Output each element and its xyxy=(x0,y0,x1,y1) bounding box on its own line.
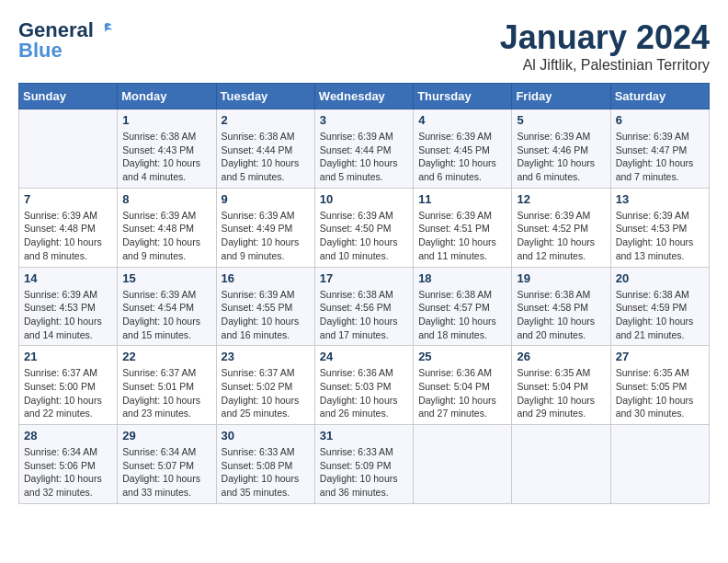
day-number: 7 xyxy=(24,192,112,206)
day-info: Sunrise: 6:39 AM Sunset: 4:50 PM Dayligh… xyxy=(320,209,408,263)
day-info: Sunrise: 6:39 AM Sunset: 4:47 PM Dayligh… xyxy=(616,130,704,184)
day-info: Sunrise: 6:38 AM Sunset: 4:57 PM Dayligh… xyxy=(418,288,506,342)
day-number: 26 xyxy=(517,350,605,363)
day-number: 5 xyxy=(517,113,605,127)
calendar-cell: 14Sunrise: 6:39 AM Sunset: 4:53 PM Dayli… xyxy=(19,267,118,346)
title-block: January 2024 Al Jiftlik, Palestinian Ter… xyxy=(500,18,710,74)
day-info: Sunrise: 6:39 AM Sunset: 4:54 PM Dayligh… xyxy=(122,288,210,342)
calendar-cell: 10Sunrise: 6:39 AM Sunset: 4:50 PM Dayli… xyxy=(314,188,413,267)
calendar-cell: 19Sunrise: 6:38 AM Sunset: 4:58 PM Dayli… xyxy=(512,267,610,346)
calendar-cell: 30Sunrise: 6:33 AM Sunset: 5:08 PM Dayli… xyxy=(216,425,314,504)
day-info: Sunrise: 6:39 AM Sunset: 4:53 PM Dayligh… xyxy=(616,209,704,263)
day-number: 9 xyxy=(222,192,310,206)
day-info: Sunrise: 6:38 AM Sunset: 4:43 PM Dayligh… xyxy=(122,130,210,184)
calendar-week-row: 21Sunrise: 6:37 AM Sunset: 5:00 PM Dayli… xyxy=(19,346,710,425)
day-info: Sunrise: 6:39 AM Sunset: 4:51 PM Dayligh… xyxy=(418,209,506,263)
day-number: 19 xyxy=(517,271,605,285)
day-number: 22 xyxy=(122,350,210,363)
weekday-header: Wednesday xyxy=(314,84,413,109)
day-number: 31 xyxy=(320,429,408,442)
calendar-cell xyxy=(414,425,512,504)
calendar-cell: 25Sunrise: 6:36 AM Sunset: 5:04 PM Dayli… xyxy=(414,346,512,425)
logo: General Blue xyxy=(18,18,114,63)
calendar-cell: 3Sunrise: 6:39 AM Sunset: 4:44 PM Daylig… xyxy=(314,109,413,189)
day-number: 17 xyxy=(320,271,408,285)
day-info: Sunrise: 6:33 AM Sunset: 5:08 PM Dayligh… xyxy=(222,445,310,500)
day-number: 11 xyxy=(418,192,506,206)
page-header: General Blue January 2024 Al Jiftlik, Pa… xyxy=(18,18,710,74)
day-number: 12 xyxy=(517,192,605,206)
day-number: 24 xyxy=(320,350,408,363)
day-number: 15 xyxy=(122,271,210,285)
calendar-cell xyxy=(610,425,709,504)
calendar-cell: 9Sunrise: 6:39 AM Sunset: 4:49 PM Daylig… xyxy=(216,188,314,267)
calendar-header-row: SundayMondayTuesdayWednesdayThursdayFrid… xyxy=(19,84,710,109)
day-info: Sunrise: 6:34 AM Sunset: 5:07 PM Dayligh… xyxy=(122,445,210,500)
calendar-cell: 24Sunrise: 6:36 AM Sunset: 5:03 PM Dayli… xyxy=(314,346,413,425)
calendar-cell: 18Sunrise: 6:38 AM Sunset: 4:57 PM Dayli… xyxy=(414,267,512,346)
calendar-cell: 11Sunrise: 6:39 AM Sunset: 4:51 PM Dayli… xyxy=(414,188,512,267)
calendar-table: SundayMondayTuesdayWednesdayThursdayFrid… xyxy=(18,83,710,504)
calendar-cell: 1Sunrise: 6:38 AM Sunset: 4:43 PM Daylig… xyxy=(118,109,216,189)
day-info: Sunrise: 6:37 AM Sunset: 5:00 PM Dayligh… xyxy=(24,366,112,420)
calendar-cell: 12Sunrise: 6:39 AM Sunset: 4:52 PM Dayli… xyxy=(512,188,610,267)
day-info: Sunrise: 6:39 AM Sunset: 4:48 PM Dayligh… xyxy=(122,209,210,263)
day-number: 3 xyxy=(320,113,408,127)
calendar-cell xyxy=(19,109,118,189)
weekday-header: Friday xyxy=(512,84,610,109)
day-number: 27 xyxy=(616,350,704,363)
day-info: Sunrise: 6:39 AM Sunset: 4:48 PM Dayligh… xyxy=(24,209,112,263)
weekday-header: Thursday xyxy=(414,84,512,109)
day-info: Sunrise: 6:33 AM Sunset: 5:09 PM Dayligh… xyxy=(320,445,408,500)
calendar-cell: 23Sunrise: 6:37 AM Sunset: 5:02 PM Dayli… xyxy=(216,346,314,425)
calendar-cell: 20Sunrise: 6:38 AM Sunset: 4:59 PM Dayli… xyxy=(610,267,709,346)
calendar-cell: 13Sunrise: 6:39 AM Sunset: 4:53 PM Dayli… xyxy=(610,188,709,267)
day-info: Sunrise: 6:37 AM Sunset: 5:02 PM Dayligh… xyxy=(222,366,310,420)
day-info: Sunrise: 6:37 AM Sunset: 5:01 PM Dayligh… xyxy=(122,366,210,420)
day-number: 8 xyxy=(122,192,210,206)
calendar-cell: 17Sunrise: 6:38 AM Sunset: 4:56 PM Dayli… xyxy=(314,267,413,346)
calendar-cell: 26Sunrise: 6:35 AM Sunset: 5:04 PM Dayli… xyxy=(512,346,610,425)
day-info: Sunrise: 6:34 AM Sunset: 5:06 PM Dayligh… xyxy=(24,445,112,500)
calendar-cell: 7Sunrise: 6:39 AM Sunset: 4:48 PM Daylig… xyxy=(19,188,118,267)
calendar-cell: 5Sunrise: 6:39 AM Sunset: 4:46 PM Daylig… xyxy=(512,109,610,189)
day-info: Sunrise: 6:35 AM Sunset: 5:05 PM Dayligh… xyxy=(616,366,704,420)
calendar-cell: 21Sunrise: 6:37 AM Sunset: 5:00 PM Dayli… xyxy=(19,346,118,425)
day-info: Sunrise: 6:39 AM Sunset: 4:53 PM Dayligh… xyxy=(24,288,112,342)
calendar-week-row: 7Sunrise: 6:39 AM Sunset: 4:48 PM Daylig… xyxy=(19,188,710,267)
calendar-cell: 22Sunrise: 6:37 AM Sunset: 5:01 PM Dayli… xyxy=(118,346,216,425)
calendar-cell: 31Sunrise: 6:33 AM Sunset: 5:09 PM Dayli… xyxy=(314,425,413,504)
calendar-cell: 6Sunrise: 6:39 AM Sunset: 4:47 PM Daylig… xyxy=(610,109,709,189)
logo-text-blue: Blue xyxy=(18,39,63,63)
day-info: Sunrise: 6:35 AM Sunset: 5:04 PM Dayligh… xyxy=(517,366,605,420)
day-number: 1 xyxy=(122,113,210,127)
calendar-cell: 8Sunrise: 6:39 AM Sunset: 4:48 PM Daylig… xyxy=(118,188,216,267)
day-info: Sunrise: 6:39 AM Sunset: 4:49 PM Dayligh… xyxy=(222,209,310,263)
calendar-cell: 15Sunrise: 6:39 AM Sunset: 4:54 PM Dayli… xyxy=(118,267,216,346)
calendar-week-row: 14Sunrise: 6:39 AM Sunset: 4:53 PM Dayli… xyxy=(19,267,710,346)
calendar-cell: 27Sunrise: 6:35 AM Sunset: 5:05 PM Dayli… xyxy=(610,346,709,425)
day-info: Sunrise: 6:39 AM Sunset: 4:55 PM Dayligh… xyxy=(222,288,310,342)
day-number: 10 xyxy=(320,192,408,206)
weekday-header: Monday xyxy=(118,84,216,109)
day-number: 18 xyxy=(418,271,506,285)
month-title: January 2024 xyxy=(500,18,710,57)
day-info: Sunrise: 6:38 AM Sunset: 4:56 PM Dayligh… xyxy=(320,288,408,342)
calendar-cell: 16Sunrise: 6:39 AM Sunset: 4:55 PM Dayli… xyxy=(216,267,314,346)
day-number: 25 xyxy=(418,350,506,363)
day-number: 6 xyxy=(616,113,704,127)
calendar-cell: 2Sunrise: 6:38 AM Sunset: 4:44 PM Daylig… xyxy=(216,109,314,189)
day-number: 29 xyxy=(122,429,210,442)
day-number: 21 xyxy=(24,350,112,363)
calendar-week-row: 28Sunrise: 6:34 AM Sunset: 5:06 PM Dayli… xyxy=(19,425,710,504)
weekday-header: Tuesday xyxy=(216,84,314,109)
day-number: 2 xyxy=(222,113,310,127)
calendar-week-row: 1Sunrise: 6:38 AM Sunset: 4:43 PM Daylig… xyxy=(19,109,710,189)
day-number: 20 xyxy=(616,271,704,285)
calendar-cell: 29Sunrise: 6:34 AM Sunset: 5:07 PM Dayli… xyxy=(118,425,216,504)
day-info: Sunrise: 6:39 AM Sunset: 4:52 PM Dayligh… xyxy=(517,209,605,263)
logo-bird-icon xyxy=(96,21,114,40)
day-info: Sunrise: 6:38 AM Sunset: 4:58 PM Dayligh… xyxy=(517,288,605,342)
calendar-cell xyxy=(512,425,610,504)
weekday-header: Sunday xyxy=(19,84,118,109)
